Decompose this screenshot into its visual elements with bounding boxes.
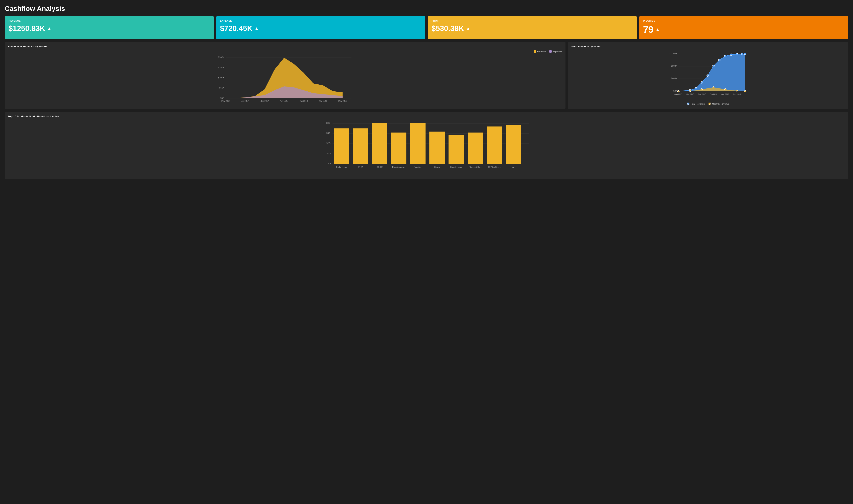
svg-text:$0K: $0K	[327, 162, 331, 165]
kpi-label-profit: PROFIT	[432, 19, 633, 22]
bar-c1-01	[353, 128, 368, 164]
kpi-card-revenue: REVENUE $1250.83K ▲	[5, 16, 214, 39]
svg-text:OT-306: OT-306	[376, 166, 383, 168]
dot	[701, 82, 703, 84]
chart2-area: $1,200K $800K $400K $0K	[571, 50, 845, 102]
charts-row: Revenue vs Expense by Month Revenue Expe…	[5, 42, 848, 109]
kpi-arrow-invoices: ▲	[655, 27, 660, 32]
svg-text:Jul 2017: Jul 2017	[241, 100, 249, 102]
chart1-title: Revenue vs Expense by Month	[8, 45, 562, 48]
chart-total-revenue: Total Revenue by Month $1,200K $800K $40…	[568, 42, 848, 109]
monthly-revenue-legend-icon	[708, 103, 711, 105]
dot	[730, 54, 732, 56]
svg-point-34	[687, 103, 689, 105]
total-revenue-area	[678, 54, 745, 91]
svg-text:$1,200K: $1,200K	[669, 52, 677, 55]
bar-speedometer	[449, 135, 464, 164]
monthly-dot	[713, 87, 714, 88]
kpi-arrow-expense: ▲	[255, 26, 259, 31]
bar-screw	[430, 131, 444, 164]
bar-panini	[391, 132, 406, 164]
svg-text:$800K: $800K	[671, 65, 677, 67]
monthly-dot	[744, 90, 746, 92]
svg-text:May 2018: May 2018	[339, 100, 347, 102]
svg-text:$40K: $40K	[326, 122, 331, 124]
svg-text:Apr 2018: Apr 2018	[722, 93, 729, 95]
monthly-dot	[678, 90, 679, 92]
monthly-dot	[725, 89, 726, 90]
chart-top10-products: Top 10 Products Sold - Based on Invoice …	[5, 112, 848, 179]
bar-standard-ca	[468, 132, 483, 164]
bar-brake-pump	[334, 128, 349, 164]
kpi-label-expense: EXPENSE	[220, 19, 421, 22]
svg-text:Sep 2017: Sep 2017	[260, 100, 269, 102]
kpi-value-expense: $720.45K ▲	[220, 24, 421, 33]
svg-text:Oct 2017: Oct 2017	[686, 93, 694, 95]
dot	[695, 87, 697, 89]
svg-text:Brake pump: Brake pump	[336, 166, 347, 168]
svg-text:Standard Ca...: Standard Ca...	[469, 166, 482, 168]
svg-text:Panini sandw...: Panini sandw...	[392, 166, 405, 168]
chart1-legend-expenses: Expenses	[549, 50, 563, 53]
bar-saw	[506, 125, 521, 164]
svg-point-36	[709, 103, 710, 105]
svg-text:$20K: $20K	[326, 142, 331, 144]
kpi-arrow-profit: ▲	[466, 26, 470, 31]
chart1-legend-revenue: Revenue	[534, 50, 546, 53]
chart2-svg: $1,200K $800K $400K $0K	[571, 50, 845, 101]
svg-text:C1-01: C1-01	[358, 166, 363, 168]
svg-text:$50K: $50K	[219, 87, 224, 89]
dot	[736, 53, 738, 55]
kpi-card-profit: PROFIT $530.38K ▲	[428, 16, 637, 39]
kpi-value-profit: $530.38K ▲	[432, 24, 633, 33]
svg-text:May 2017: May 2017	[221, 100, 230, 102]
dot	[719, 59, 721, 61]
svg-text:Speedometer: Speedometer	[450, 166, 462, 168]
svg-text:$0K: $0K	[220, 97, 224, 99]
dot	[724, 55, 726, 57]
kpi-card-invoices: INVOICES 79 ▲	[639, 16, 848, 39]
revenue-legend-icon	[534, 50, 536, 53]
svg-text:$150K: $150K	[218, 66, 224, 69]
kpi-label-invoices: INVOICES	[643, 19, 845, 22]
chart2-legend-monthly: Monthly Revenue	[708, 103, 730, 105]
dot	[744, 53, 746, 55]
dot	[707, 75, 709, 77]
chart2-legend-total: Total Revenue	[687, 103, 705, 105]
svg-text:$0K: $0K	[673, 90, 677, 92]
chart3-title: Top 10 Products Sold - Based on Invoice	[8, 115, 845, 118]
svg-text:Mar 2018: Mar 2018	[319, 100, 327, 102]
chart-revenue-expense: Revenue vs Expense by Month Revenue Expe…	[5, 42, 565, 109]
monthly-dot	[736, 90, 738, 91]
svg-text:Roadsign: Roadsign	[414, 166, 422, 168]
svg-text:$100K: $100K	[218, 76, 224, 79]
chart3-area: $40K $30K $20K $10K $0K Brake pump C1-01…	[8, 120, 845, 176]
chart2-title: Total Revenue by Month	[571, 45, 845, 48]
svg-text:Feb 2018: Feb 2018	[710, 93, 718, 95]
bar-ot-306	[372, 123, 387, 164]
svg-text:$200K: $200K	[218, 56, 224, 58]
kpi-value-revenue: $1250.83K ▲	[8, 24, 210, 33]
bar-tr18a	[487, 126, 502, 164]
monthly-dot	[701, 89, 703, 90]
chart3-svg: $40K $30K $20K $10K $0K Brake pump C1-01…	[8, 120, 845, 175]
kpi-arrow-revenue: ▲	[47, 26, 52, 31]
svg-text:$400K: $400K	[671, 77, 677, 79]
svg-text:Jan 2018: Jan 2018	[300, 100, 308, 102]
dot	[713, 65, 714, 67]
chart1-svg: $200K $150K $100K $50K $0K	[8, 54, 562, 105]
total-revenue-legend-icon	[687, 103, 689, 105]
svg-text:Screw: Screw	[434, 166, 440, 168]
kpi-label-revenue: REVENUE	[8, 19, 210, 22]
expenses-legend-icon	[549, 50, 552, 53]
dot	[741, 53, 743, 55]
bar-roadsign	[410, 123, 425, 164]
kpi-card-expense: EXPENSE $720.45K ▲	[216, 16, 425, 39]
page-title: Cashflow Analysis	[5, 5, 848, 13]
monthly-dot	[689, 90, 691, 92]
kpi-value-invoices: 79 ▲	[643, 24, 845, 35]
svg-text:$30K: $30K	[326, 132, 331, 134]
svg-text:Aug 2017: Aug 2017	[674, 93, 683, 95]
svg-text:saw: saw	[512, 166, 515, 168]
svg-text:TR-18A Stac...: TR-18A Stac...	[488, 166, 501, 168]
